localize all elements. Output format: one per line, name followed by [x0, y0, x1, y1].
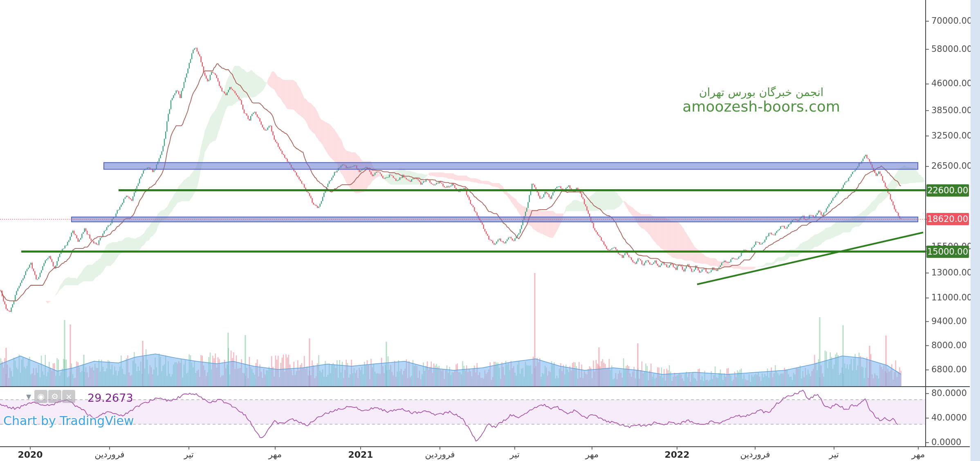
right-scroll-strip[interactable]: [971, 0, 980, 461]
chart-window: 70000.0058000.0046000.0038500.0032500.00…: [0, 0, 980, 461]
price-tick-label: 46000.00: [931, 78, 972, 88]
rsi-tick-label: 0.0000: [931, 437, 961, 447]
price-tick-label: 70000.00: [931, 16, 972, 26]
price-tick-label: 26500.00: [931, 161, 972, 171]
time-tick-label: فروردین: [740, 450, 770, 459]
price-level-tag: 15000.00: [926, 246, 969, 258]
price-level-tag: 18620.00: [926, 213, 969, 225]
rsi-tick-label: 80.0000: [931, 388, 967, 398]
price-tick-label: 6800.00: [931, 365, 967, 374]
watermark-line-url: amoozesh-boors.com: [682, 99, 840, 114]
watermark: انجمن خبرگان بورس تهران amoozesh-boors.c…: [682, 86, 840, 114]
time-tick-label: تیر: [510, 450, 520, 459]
time-tick-label: فروردین: [425, 450, 455, 459]
watermark-line-fa: انجمن خبرگان بورس تهران: [682, 86, 840, 99]
price-tick-label: 58000.00: [931, 44, 972, 54]
time-tick-label: فروردین: [94, 450, 124, 459]
rsi-indicator-controls: ▼ ◉ ⚙ ×: [26, 390, 76, 403]
rsi-tick-label: 40.0000: [931, 413, 967, 423]
time-tick-label: تیر: [184, 450, 194, 459]
price-tick-label: 8000.00: [931, 340, 967, 350]
chevron-down-icon: ▼: [26, 393, 31, 401]
price-tick-label: 13000.00: [931, 268, 972, 277]
tradingview-credit[interactable]: Chart by TradingView: [3, 414, 134, 428]
close-icon[interactable]: ×: [62, 390, 75, 403]
price-tick-label: 9400.00: [931, 316, 967, 326]
price-tick-label: 38500.00: [931, 105, 972, 115]
time-tick-label: 2022: [664, 450, 689, 460]
price-tick-label: 11000.00: [931, 293, 972, 302]
time-tick-label: مهر: [269, 450, 282, 459]
time-tick-label: مهر: [912, 450, 925, 459]
rsi-value: 29.2673: [87, 392, 133, 404]
time-tick-label: 2021: [348, 450, 373, 460]
price-level-tag: 22600.00: [926, 184, 969, 197]
time-tick-label: 2020: [18, 450, 43, 460]
time-tick-label: تیر: [829, 450, 839, 459]
settings-icon[interactable]: ⚙: [48, 390, 61, 403]
price-tick-label: 32500.00: [931, 131, 972, 141]
time-tick-label: مهر: [585, 450, 599, 459]
visibility-icon[interactable]: ◉: [34, 390, 47, 403]
price-chart-canvas[interactable]: [0, 0, 980, 461]
